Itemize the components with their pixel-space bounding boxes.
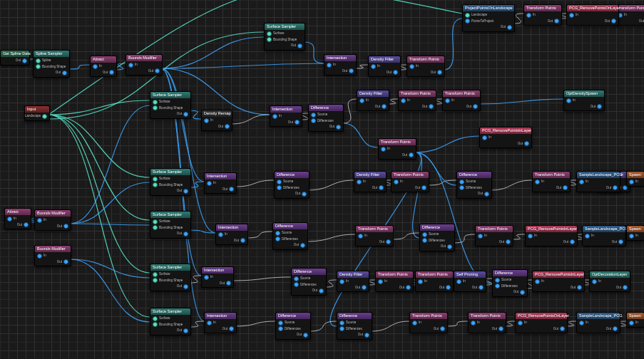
pin-blue[interactable] [473,104,478,109]
pin-blue[interactable] [409,152,414,157]
pin-teal[interactable] [153,182,158,187]
pin-blue[interactable] [183,284,188,289]
node-spawn[interactable]: SpawnIn [626,225,644,241]
pin-blue[interactable] [506,239,511,244]
node-transformpoints[interactable]: Transform PointsInOut [415,271,454,292]
pin-blue[interactable] [613,185,618,190]
node-difference[interactable]: DifferenceSourceDifferencesOut [291,268,327,296]
node-optdensityspawn[interactable]: OptDensitySpawnInOut [563,90,605,111]
node-canvas[interactable]: Get Spline DataOutSpline SamplerSplineBo… [0,0,644,359]
pin-blue[interactable] [456,279,461,284]
node-optdecorationlayer[interactable]: OptDecorationLayerInOut [589,271,630,292]
node-boundsmodifier[interactable]: Bounds ModifierInOut [34,209,71,231]
pin-blue[interactable] [579,321,584,326]
pin-blue[interactable] [275,236,280,241]
pin-blue[interactable] [277,185,282,190]
node-pcg_removepointsonlayer[interactable]: PCG_RemovePointsOnLayerInOut [515,312,568,333]
node-pcg_removepointsinlayer[interactable]: PCG_RemovePointsInLayerInOut [532,271,585,292]
node-attract[interactable]: AttractInOut [4,208,31,229]
pin-blue[interactable] [412,321,417,326]
node-transformpoints[interactable]: Transform PointsInOut [375,271,414,292]
pin-blue[interactable] [437,70,442,75]
node-difference[interactable]: DifferenceSourceDifferencesOut [419,224,455,251]
pin-blue[interactable] [629,321,634,326]
pin-blue[interactable] [183,189,188,194]
pin-blue[interactable] [294,276,299,281]
pin-blue[interactable] [569,13,574,18]
pin-blue[interactable] [518,321,523,326]
pin-teal[interactable] [153,225,158,230]
node-surfacesampler[interactable]: Surface SamplerSurfaceBounding ShapeOut [150,211,191,239]
node-intersection[interactable]: IntersectionInOut [204,172,237,194]
pin-blue[interactable] [579,180,584,184]
node-boundsmodifier[interactable]: Bounds ModifierInOut [126,54,163,76]
pin-blue[interactable] [364,333,369,338]
pin-blue[interactable] [418,279,423,284]
pin-blue[interactable] [155,68,160,73]
pin-blue[interactable] [478,234,483,239]
node-samplelandscapepcg[interactable]: SampleLandscape_PCGInOut [576,171,620,192]
pin-blue[interactable] [471,321,476,326]
node-difference[interactable]: DifferenceSourceDifferencesOut [308,104,344,132]
node-densityfilter[interactable]: Density FilterInOut [354,171,387,192]
pin-blue[interactable] [275,231,280,236]
pin-blue[interactable] [613,326,618,331]
pin-blue[interactable] [37,254,42,259]
node-densityfilter[interactable]: Density FilterInOut [368,56,401,77]
pin-blue[interactable] [300,243,305,248]
pin-teal[interactable] [36,64,41,69]
pin-blue[interactable] [339,326,344,331]
node-surfacesampler[interactable]: Surface SamplerSurfaceBounding ShapeOut [264,23,305,51]
pin-blue[interactable] [349,68,354,73]
pin-blue[interactable] [623,285,628,290]
pin-blue[interactable] [422,232,427,237]
node-transformpoints[interactable]: Transform PointsInOut [378,138,416,160]
node-samplelandscapepcg[interactable]: SampleLandscape_PCGInOut [582,225,626,246]
node-splinesampler[interactable]: Spline SamplerSplineBounding ShapeOut [33,50,70,78]
pin-blue[interactable] [183,112,188,117]
node-pcg_removepointsinlayer[interactable]: PCG_RemovePointsInLayerInOut [479,127,532,148]
pin-teal[interactable] [153,278,158,283]
pin-blue[interactable] [63,224,68,229]
pin-blue[interactable] [507,25,512,30]
pin-blue[interactable] [479,285,484,290]
node-difference[interactable]: DifferenceSourceDifferencesOut [492,269,528,297]
node-pcg_removepointsinlayer[interactable]: PCG_RemovePointsInLayerInOut [525,225,578,246]
pin-blue[interactable] [406,285,411,290]
pin-blue[interactable] [409,64,414,69]
pin-blue[interactable] [422,238,427,243]
pin-teal[interactable] [153,100,158,105]
node-difference[interactable]: DifferenceSourceDifferencesOut [337,312,372,340]
pin-blue[interactable] [339,279,344,284]
node-spawn[interactable]: SpawnIn [626,312,644,328]
pin-blue[interactable] [204,118,209,123]
pin-blue[interactable] [358,234,363,239]
pin-blue[interactable] [577,285,582,290]
pin-blue[interactable] [592,279,597,284]
pin-blue[interactable] [629,234,634,239]
pin-blue[interactable] [440,326,445,331]
node-densityremap[interactable]: Density RemapInOut [201,110,232,131]
node-transformpoints[interactable]: Transform PointsInOut [475,225,513,246]
pin-blue[interactable] [459,180,464,184]
pin-blue[interactable] [535,279,540,284]
pin-blue[interactable] [128,63,133,68]
pin-blue[interactable] [240,238,245,243]
pin-blue[interactable] [381,147,386,152]
node-surfacesampler[interactable]: Surface SamplerSurfaceBounding ShapeOut [150,264,191,291]
pin-blue[interactable] [207,181,212,186]
pin-blue[interactable] [401,98,406,103]
node-densityfilter[interactable]: Density FilterInOut [337,271,369,292]
pin-teal[interactable] [153,219,158,224]
node-intersection[interactable]: IntersectionInOut [204,312,237,333]
pin-blue[interactable] [585,234,590,239]
pin-blue[interactable] [597,104,602,109]
pin-blue[interactable] [421,185,426,190]
pin-blue[interactable] [393,70,398,75]
node-boundsmodifier[interactable]: Bounds ModifierInOut [34,245,71,266]
pin-teal[interactable] [153,105,158,110]
pin-blue[interactable] [183,328,188,333]
pin-blue[interactable] [560,326,565,331]
node-transformpoints[interactable]: Transform PointsInOut [532,171,571,192]
pin-blue[interactable] [447,244,452,249]
